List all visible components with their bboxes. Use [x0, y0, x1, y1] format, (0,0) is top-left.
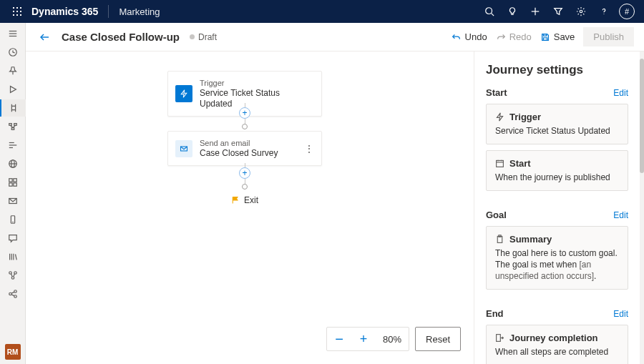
undo-button[interactable]: Undo [447, 29, 492, 45]
svg-rect-26 [9, 124, 11, 126]
svg-point-53 [9, 292, 11, 295]
panel-section-end: End Edit Journey completion When all ste… [474, 308, 640, 364]
action-label: Case Closed Survey [200, 148, 304, 159]
svg-rect-40 [13, 183, 16, 186]
panel-card-completion[interactable]: Journey completion When all steps are co… [486, 325, 628, 364]
undo-label: Undo [465, 31, 487, 42]
panel-card-trigger[interactable]: Trigger Service Ticket Status Updated [486, 104, 628, 144]
zoom-in-button[interactable]: + [351, 332, 376, 347]
rail-play-icon[interactable] [0, 81, 26, 98]
add-step-button[interactable]: + [239, 167, 250, 179]
trigger-label: Service Ticket Status Updated [200, 88, 314, 109]
scrollbar-thumb[interactable] [640, 59, 644, 173]
gear-icon[interactable] [570, 0, 592, 23]
page-title: Case Closed Follow-up [62, 31, 180, 43]
svg-rect-59 [543, 34, 546, 36]
panel-section-start: Start Edit Trigger Service Ticket Status… [474, 87, 640, 210]
svg-point-14 [580, 10, 582, 13]
zoom-out-button[interactable]: − [327, 331, 351, 348]
trigger-eyebrow: Trigger [200, 78, 314, 88]
svg-rect-6 [13, 14, 14, 16]
rail-connections-icon[interactable] [0, 267, 26, 284]
svg-marker-63 [497, 113, 502, 121]
panel-section-goal: Goal Edit Summary The goal here is to cu… [474, 210, 640, 308]
edit-link[interactable]: Edit [613, 210, 628, 220]
add-step-button[interactable]: + [239, 107, 250, 119]
left-nav-rail: RM [0, 23, 26, 364]
search-icon[interactable] [478, 0, 501, 23]
svg-line-10 [492, 14, 494, 16]
card-value: When the journey is published [495, 172, 619, 183]
svg-rect-7 [16, 14, 18, 16]
rail-grid-icon[interactable] [0, 174, 26, 191]
journey-settings-panel: Journey settings Start Edit Trigger Serv… [474, 51, 640, 364]
back-button[interactable] [36, 29, 53, 46]
edit-link[interactable]: Edit [613, 309, 628, 319]
exit-node[interactable]: Exit [231, 195, 258, 205]
flag-icon [231, 196, 240, 205]
clipboard-icon [495, 235, 504, 244]
svg-rect-1 [16, 7, 18, 9]
svg-line-52 [13, 273, 14, 276]
card-value: Service Ticket Status Updated [495, 125, 619, 137]
help-icon[interactable] [592, 0, 615, 23]
rail-activity-icon[interactable] [0, 137, 26, 154]
card-value: When all steps are completed [495, 346, 619, 358]
lightning-icon [495, 112, 504, 122]
command-bar: Case Closed Follow-up Draft Undo Redo Sa… [26, 23, 644, 51]
lightbulb-icon[interactable] [501, 0, 524, 23]
action-eyebrow: Send an email [200, 138, 304, 148]
rail-pinned-icon[interactable] [0, 62, 26, 79]
node-more-icon[interactable]: ⋮ [304, 144, 314, 154]
user-avatar[interactable]: # [615, 0, 638, 23]
publish-button: Publish [583, 27, 634, 46]
svg-line-47 [15, 255, 16, 260]
svg-rect-5 [20, 11, 21, 12]
svg-line-51 [11, 273, 12, 276]
rail-collapse-icon[interactable] [0, 25, 26, 42]
panel-title: Journey settings [474, 60, 640, 87]
svg-marker-21 [10, 87, 16, 93]
svg-rect-27 [14, 124, 16, 126]
exit-icon [495, 333, 504, 343]
svg-line-56 [11, 292, 14, 293]
card-value: The goal here is to custom goal. The goa… [495, 247, 619, 282]
lightning-icon [175, 85, 192, 102]
rail-journeys-icon[interactable] [0, 99, 26, 117]
app-launcher-icon[interactable] [6, 0, 29, 23]
brand-name[interactable]: Dynamics 365 [29, 6, 105, 17]
svg-rect-28 [11, 128, 14, 130]
rail-share-icon[interactable] [0, 285, 26, 302]
panel-card-start[interactable]: Start When the journey is published [486, 150, 628, 191]
zoom-controls: − + 80% Reset [326, 327, 461, 351]
panel-card-summary[interactable]: Summary The goal here is to custom goal.… [486, 226, 628, 290]
section-heading: Start [486, 87, 507, 98]
status-dot-icon [190, 34, 195, 39]
module-name[interactable]: Marketing [112, 6, 167, 17]
rail-segments-icon[interactable] [0, 118, 26, 135]
calendar-icon [495, 159, 504, 168]
edit-link[interactable]: Edit [613, 88, 628, 98]
rail-email-icon[interactable] [0, 192, 26, 210]
svg-point-54 [14, 290, 16, 293]
avatar-initial: # [619, 4, 635, 19]
journey-canvas[interactable]: Trigger Service Ticket Status Updated + [26, 51, 474, 364]
zoom-value: 80% [376, 334, 409, 345]
save-label: Save [554, 31, 575, 42]
rail-area-badge[interactable]: RM [5, 344, 21, 360]
zoom-reset-button[interactable]: Reset [415, 327, 461, 351]
svg-point-9 [486, 8, 492, 14]
rail-globe-icon[interactable] [0, 155, 26, 172]
connector-line [245, 119, 245, 124]
rail-library-icon[interactable] [0, 248, 26, 265]
add-icon[interactable] [524, 0, 547, 23]
rail-mobile-icon[interactable] [0, 211, 26, 228]
email-action-node[interactable]: Send an email Case Closed Survey ⋮ [167, 131, 322, 166]
filter-icon[interactable] [547, 0, 570, 23]
scrollbar[interactable] [640, 51, 644, 364]
save-button[interactable]: Save [536, 29, 580, 45]
rail-recent-icon[interactable] [0, 44, 26, 61]
redo-label: Redo [509, 31, 532, 42]
status-text: Draft [198, 32, 217, 42]
rail-chat-icon[interactable] [0, 230, 26, 247]
